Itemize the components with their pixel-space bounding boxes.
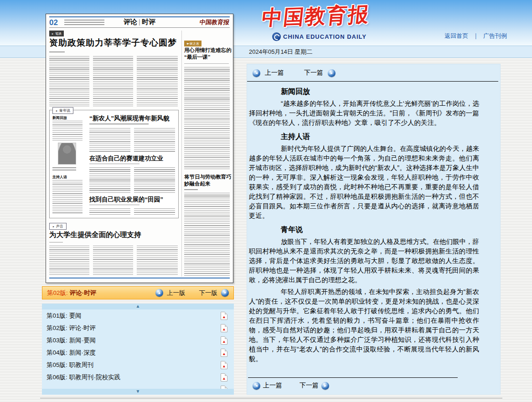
article-paragraph: 放眼当下，年轻人有着更加独立的人格及思维方式。在他们眼中，辞职回村种地从来不是退… — [249, 237, 479, 285]
column-tag-youth-label: 青年说 — [59, 108, 70, 113]
edition-number: 第02版: — [47, 289, 68, 297]
scroll-up-icon: ▲ — [136, 304, 140, 309]
tag-arrow-icon: ► — [52, 225, 55, 228]
prev-edition-link[interactable]: 上一版 — [167, 289, 186, 297]
paper-section-separator: | — [137, 18, 142, 26]
article-paragraph: 新时代为年轻人提供了广阔的人生舞台。在高度城镇化的今天，越来越多的年轻人活跃在城… — [249, 144, 479, 221]
article-paragraph: 年轻人辞职离开熟悉的领域，在未知中探索，主动担负起身为“新农人”的责任，这不仅仅… — [249, 287, 479, 364]
newspaper-page-preview[interactable]: 02 评论|时评 中国教育报 ► 笔谈 资助政策助力莘莘学子专心圆梦 ► 一家之… — [46, 14, 233, 283]
author-name-text-block — [52, 167, 76, 171]
edition-list-item[interactable]: 第04版: 新闻·深度 ▲ — [42, 346, 234, 359]
author-portrait-photo — [58, 143, 76, 165]
body-text-block — [89, 128, 130, 152]
link-divider: ｜ — [473, 32, 479, 40]
edition-list-item[interactable]: 第06版: 职教周刊·院校实践 ▲ — [42, 371, 234, 383]
tag-arrow-icon: ► — [52, 32, 54, 35]
home-link[interactable]: 返回首页 — [444, 32, 468, 40]
edition-list-label[interactable]: 第02版: 评论·时评 — [46, 324, 96, 332]
page-bottom-rule — [40, 398, 502, 398]
column-tag-main: ► 笔谈 — [49, 31, 64, 36]
host-label: 主持人语 — [52, 175, 67, 180]
body-text-block — [137, 246, 178, 275]
youth-headline-1: “新农人”风潮展现青年新风貌 — [89, 114, 177, 123]
prev-article-icon[interactable]: ◄ — [253, 69, 260, 77]
paper-top-rule — [49, 16, 230, 17]
next-article-icon[interactable]: ► — [321, 382, 329, 390]
paper-page-number: 02 — [49, 18, 58, 27]
next-edition-link[interactable]: 下一版 — [199, 289, 218, 297]
site-logo-title: 中国教育报 — [260, 1, 364, 32]
pdf-icon[interactable]: ▲ — [221, 349, 227, 357]
column-tag-opinion: ► 一家之言 — [184, 41, 201, 46]
edition-list-label[interactable]: 第03版: 新闻·要闻 — [46, 336, 96, 345]
pdf-icon[interactable]: ▲ — [221, 312, 227, 320]
paper-headline-voice: 为大学生提供全面的心理支持 — [49, 230, 159, 240]
body-text-block — [184, 67, 230, 170]
edition-name: 评论·时评 — [70, 289, 97, 297]
prev-edition-icon[interactable]: ▲ — [155, 289, 163, 297]
edition-list-item[interactable]: 第03版: 新闻·要闻 ▲ — [42, 334, 234, 346]
youth-headline-2: 在适合自己的赛道建功立业 — [89, 155, 177, 163]
body-text-block — [49, 56, 89, 107]
scroll-up-strip[interactable]: ▲ — [42, 304, 234, 309]
paper-header-rule — [49, 27, 230, 28]
pdf-icon[interactable]: ▲ — [221, 361, 227, 369]
youth-headline-3: 找到自己职业发展的“田园” — [89, 196, 177, 204]
body-text-block — [93, 56, 133, 107]
article-body: 新闻回放 “越来越多的年轻人，开始离开传统意义上‘光鲜亮丽’的工作岗位，选择回村… — [247, 82, 500, 364]
column-tag-voice-label: 声音 — [56, 224, 63, 229]
site-logo: 中国教育报 CHINA EDUCATION DAILY — [262, 3, 362, 41]
prev-article-link[interactable]: 上一篇 — [265, 69, 284, 77]
ad-rates-link[interactable]: 广告刊例 — [483, 32, 507, 40]
byline-text-block — [49, 242, 63, 244]
paper-section-left: 评论 — [124, 18, 137, 26]
pdf-icon[interactable]: ▲ — [221, 336, 227, 345]
column-tag-youth: ► 青年说 — [52, 107, 73, 114]
body-text-block — [184, 193, 230, 276]
next-article-link[interactable]: 下一篇 — [304, 69, 323, 77]
paper-bottom-rule — [49, 278, 230, 278]
paper-section-right: 时评 — [142, 18, 155, 26]
byline-text-block — [89, 164, 139, 165]
edition-list-item[interactable]: 第01版: 要闻 ▲ — [42, 309, 234, 322]
quote-text-block — [52, 121, 83, 141]
paper-headline-opinion2: 将节日与劳动教育巧妙融合起来 — [184, 174, 232, 187]
body-text-block — [49, 246, 89, 275]
header-links: 返回首页 ｜ 广告刊例 — [444, 32, 507, 40]
paper-headline-main: 资助政策助力莘莘学子专心圆梦 — [49, 37, 181, 49]
edition-list-item[interactable]: 第02版: 评论·时评 ▲ — [42, 322, 234, 334]
edition-list-label[interactable]: 第05版: 职教周刊 — [46, 361, 94, 369]
body-text-block — [52, 180, 83, 215]
prev-article-icon[interactable]: ◄ — [253, 382, 260, 390]
article-bottom-divider — [248, 377, 458, 378]
body-text-block — [134, 208, 175, 216]
scroll-down-icon: ▼ — [136, 389, 140, 394]
byline-rule — [184, 63, 229, 64]
byline-text-block — [89, 205, 139, 206]
site-logo-subtitle: CHINA EDUCATION DAILY — [283, 33, 367, 40]
body-text-block — [89, 208, 130, 216]
edition-list-label[interactable]: 第04版: 新闻·深度 — [46, 349, 96, 357]
edition-list-label[interactable]: 第01版: 要闻 — [46, 312, 82, 320]
article-nav-top: ◄ 上一篇 下一篇 ► — [247, 64, 500, 77]
body-text-block — [89, 167, 130, 193]
edition-list-label[interactable]: 第06版: 职教周刊·院校实践 — [46, 373, 120, 381]
next-article-link[interactable]: 下一篇 — [300, 381, 319, 390]
body-text-block — [93, 246, 133, 275]
byline-text-block — [49, 52, 65, 54]
prev-article-link[interactable]: 上一篇 — [263, 381, 282, 390]
tag-arrow-icon: ► — [186, 42, 190, 45]
body-text-block — [137, 56, 178, 107]
paper-section-title: 评论|时评 — [105, 18, 174, 26]
scroll-down-strip[interactable]: ▼ — [42, 389, 234, 395]
paper-masthead: 中国教育报 — [199, 18, 230, 26]
edition-list-item[interactable]: 第05版: 职教周刊 ▲ — [42, 359, 234, 371]
pdf-icon[interactable]: ▲ — [221, 373, 227, 381]
column-divider — [181, 31, 182, 277]
next-edition-icon[interactable]: ▼ — [221, 289, 229, 297]
article-panel: ◄ 上一篇 下一篇 ► 新闻回放 “越来越多的年轻人，开始离开传统意义上‘光鲜亮… — [247, 64, 501, 395]
article-nav-bottom: ◄ 上一篇 下一篇 ► — [253, 381, 329, 390]
pdf-icon[interactable]: ▲ — [221, 324, 227, 332]
next-article-icon[interactable]: ► — [328, 69, 336, 77]
article-section-title: 青年说 — [281, 225, 479, 235]
